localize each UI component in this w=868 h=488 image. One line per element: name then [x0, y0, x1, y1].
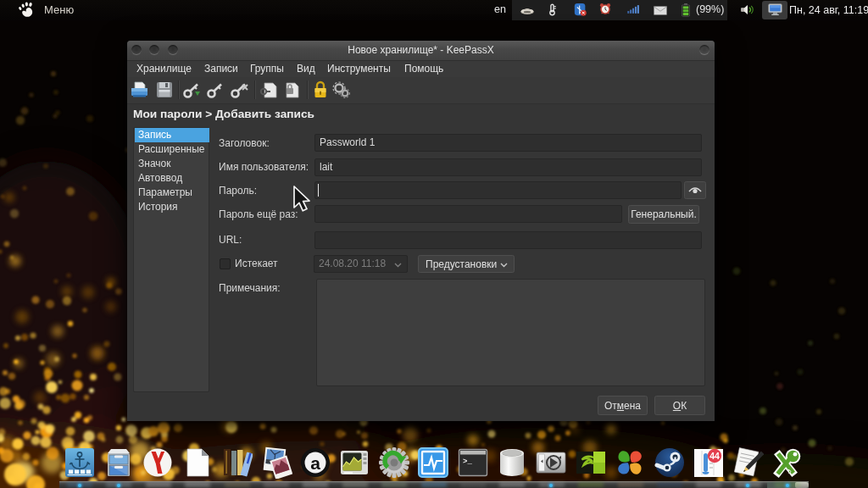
svg-text:44: 44 [709, 451, 720, 461]
svg-text:>_: >_ [463, 458, 472, 466]
svg-text:a: a [310, 453, 320, 473]
